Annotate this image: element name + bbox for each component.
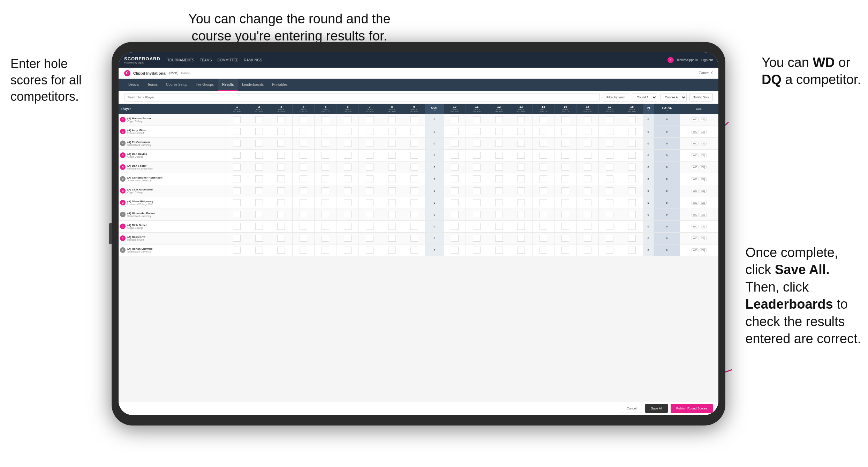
hole-18-input[interactable] — [628, 175, 636, 182]
hole-16-input[interactable] — [584, 247, 591, 254]
dq-button[interactable]: DQ — [700, 153, 707, 157]
hole-2-cell[interactable] — [248, 185, 270, 197]
hole-5-input[interactable] — [322, 152, 329, 159]
hole-8-cell[interactable] — [381, 126, 403, 137]
hole-16-cell[interactable] — [576, 209, 599, 220]
filter-team-button[interactable]: Filter by team — [603, 93, 629, 101]
hole-15-input[interactable] — [561, 199, 569, 206]
hole-16-input[interactable] — [584, 128, 591, 135]
hole-17-input[interactable] — [606, 199, 613, 206]
hole-11-cell[interactable] — [466, 126, 488, 137]
hole-5-cell[interactable] — [315, 173, 337, 185]
hole-18-cell[interactable] — [621, 185, 643, 197]
hole-6-cell[interactable] — [337, 161, 359, 173]
hole-9-cell[interactable] — [403, 209, 425, 220]
hole-17-input[interactable] — [606, 152, 613, 159]
dq-button[interactable]: DQ — [700, 177, 707, 181]
hole-11-input[interactable] — [473, 116, 481, 123]
hole-4-cell[interactable] — [292, 149, 315, 161]
hole-12-cell[interactable] — [488, 137, 510, 149]
hole-16-cell[interactable] — [576, 185, 599, 197]
hole-8-input[interactable] — [388, 140, 396, 147]
hole-4-cell[interactable] — [292, 161, 315, 173]
hole-5-input[interactable] — [322, 187, 329, 194]
hole-12-input[interactable] — [495, 164, 503, 171]
hole-13-cell[interactable] — [510, 173, 533, 185]
hole-15-cell[interactable] — [554, 232, 577, 244]
hole-18-cell[interactable] — [621, 197, 643, 209]
hole-14-input[interactable] — [539, 128, 547, 135]
hole-3-cell[interactable] — [270, 137, 293, 149]
hole-1-input[interactable] — [233, 211, 241, 218]
wd-button[interactable]: WD — [692, 165, 699, 169]
nav-tournaments[interactable]: TOURNAMENTS — [167, 57, 194, 63]
hole-18-cell[interactable] — [621, 114, 643, 126]
hole-4-cell[interactable] — [292, 232, 315, 244]
hole-10-cell[interactable] — [444, 173, 466, 185]
hole-1-input[interactable] — [233, 175, 241, 182]
hole-8-input[interactable] — [388, 128, 396, 135]
hole-11-input[interactable] — [473, 175, 481, 182]
hole-14-cell[interactable] — [532, 220, 554, 232]
hole-11-cell[interactable] — [466, 185, 488, 197]
hole-15-cell[interactable] — [554, 137, 577, 149]
hole-17-input[interactable] — [606, 128, 613, 135]
hole-7-input[interactable] — [366, 235, 373, 242]
hole-14-cell[interactable] — [532, 137, 554, 149]
hole-1-cell[interactable] — [226, 185, 248, 197]
hole-11-cell[interactable] — [466, 161, 488, 173]
hole-14-input[interactable] — [539, 211, 547, 218]
hole-6-cell[interactable] — [337, 126, 359, 137]
hole-18-cell[interactable] — [621, 149, 643, 161]
hole-17-cell[interactable] — [599, 137, 621, 149]
hole-14-input[interactable] — [539, 140, 547, 147]
hole-13-input[interactable] — [517, 140, 525, 147]
hole-12-cell[interactable] — [488, 149, 510, 161]
hole-2-cell[interactable] — [248, 137, 270, 149]
hole-11-input[interactable] — [473, 211, 481, 218]
tab-teams[interactable]: Teams — [143, 79, 162, 91]
hole-5-cell[interactable] — [315, 149, 337, 161]
hole-12-cell[interactable] — [488, 114, 510, 126]
hole-17-input[interactable] — [606, 235, 613, 242]
hole-5-cell[interactable] — [315, 126, 337, 137]
hole-8-input[interactable] — [388, 235, 396, 242]
hole-4-input[interactable] — [300, 116, 307, 123]
hole-3-input[interactable] — [277, 247, 285, 254]
hole-14-input[interactable] — [539, 187, 547, 194]
hole-4-input[interactable] — [300, 247, 307, 254]
hole-16-input[interactable] — [584, 187, 591, 194]
hole-5-cell[interactable] — [315, 137, 337, 149]
hole-1-input[interactable] — [233, 223, 241, 230]
hole-9-input[interactable] — [410, 211, 418, 218]
hole-14-cell[interactable] — [532, 209, 554, 220]
hole-8-input[interactable] — [388, 211, 396, 218]
hole-16-cell[interactable] — [576, 197, 599, 209]
wd-button[interactable]: WD — [692, 153, 699, 157]
hole-4-input[interactable] — [300, 223, 307, 230]
hole-18-cell[interactable] — [621, 232, 643, 244]
hole-6-cell[interactable] — [337, 232, 359, 244]
hole-8-input[interactable] — [388, 152, 396, 159]
hole-2-cell[interactable] — [248, 244, 270, 256]
hole-10-cell[interactable] — [444, 149, 466, 161]
hole-14-cell[interactable] — [532, 173, 554, 185]
hole-18-input[interactable] — [628, 187, 636, 194]
hole-8-cell[interactable] — [381, 197, 403, 209]
hole-15-cell[interactable] — [554, 244, 577, 256]
hole-6-cell[interactable] — [337, 137, 359, 149]
hole-4-cell[interactable] — [292, 244, 315, 256]
hole-10-cell[interactable] — [444, 232, 466, 244]
hole-3-cell[interactable] — [270, 209, 293, 220]
hole-10-cell[interactable] — [444, 161, 466, 173]
hole-3-input[interactable] — [277, 152, 285, 159]
dq-button[interactable]: DQ — [700, 165, 707, 169]
hole-7-input[interactable] — [366, 128, 373, 135]
hole-12-input[interactable] — [495, 187, 503, 194]
hole-7-input[interactable] — [366, 247, 373, 254]
hole-8-cell[interactable] — [381, 137, 403, 149]
hole-10-input[interactable] — [451, 140, 459, 147]
cancel-bottom-button[interactable]: Cancel — [621, 404, 642, 413]
hole-6-input[interactable] — [344, 175, 352, 182]
hole-5-cell[interactable] — [315, 232, 337, 244]
